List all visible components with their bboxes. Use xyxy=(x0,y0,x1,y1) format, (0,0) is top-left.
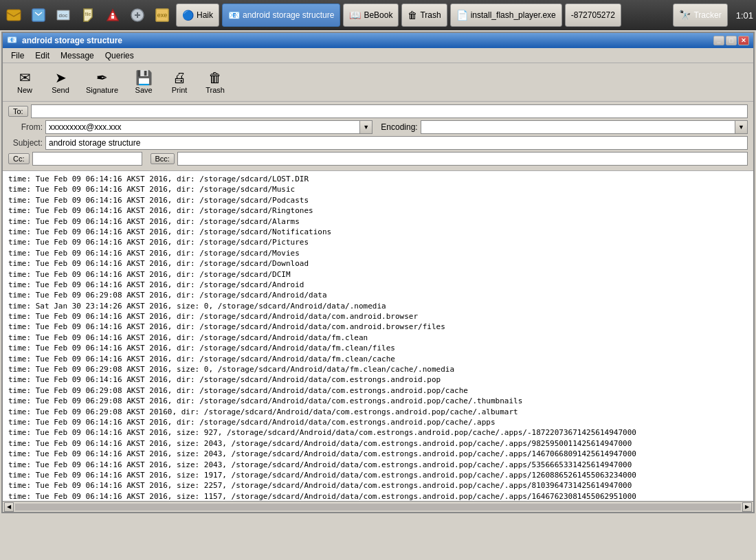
taskbar-icon-5[interactable] xyxy=(102,4,124,26)
content-line: time: Tue Feb 09 06:14:16 AKST 2016, dir… xyxy=(8,269,748,280)
print-label: Print xyxy=(172,86,188,94)
content-line: time: Tue Feb 09 06:14:16 AKST 2016, dir… xyxy=(8,227,748,237)
taskbar-tab-trash[interactable]: 🗑 Trash xyxy=(401,3,447,27)
trash-label: Trash xyxy=(420,10,441,20)
content-line: time: Tue Feb 09 06:29:08 AKST 2016, dir… xyxy=(8,290,748,300)
bottom-scrollbar: ◀ ▶ xyxy=(3,501,753,512)
flash-label: install_flash_player.exe xyxy=(471,10,556,20)
taskbar-tab-haik[interactable]: 🔵 Haik xyxy=(176,3,219,27)
encoding-field-group: ▼ xyxy=(421,120,748,134)
content-line: time: Tue Feb 09 06:14:16 AKST 2016, dir… xyxy=(8,248,748,258)
menu-message[interactable]: Message xyxy=(55,49,100,62)
scroll-left-btn[interactable]: ◀ xyxy=(4,502,14,512)
cc-bcc-row: Cc: Bcc: xyxy=(8,152,748,166)
svg-text:exe: exe xyxy=(157,12,168,19)
taskbar-tab-num[interactable]: -872705272 xyxy=(565,3,621,27)
toolbar-print-button[interactable]: 🖨 Print xyxy=(163,66,196,99)
subject-input[interactable] xyxy=(45,136,748,150)
content-line: time: Tue Feb 09 06:14:16 AKST 2016, siz… xyxy=(8,491,748,501)
menu-queries[interactable]: Queries xyxy=(100,49,140,62)
scroll-right-btn[interactable]: ▶ xyxy=(742,502,752,512)
content-line: time: Tue Feb 09 06:14:16 AKST 2016, dir… xyxy=(8,311,748,322)
bcc-input[interactable] xyxy=(177,152,748,166)
toolbar: ✉ New ➤ Send ✒ Signature 💾 Save 🖨 Print … xyxy=(3,63,753,102)
taskbar-icon-2[interactable] xyxy=(27,4,49,26)
menubar: File Edit Message Queries xyxy=(3,48,753,63)
taskbar-icon-3[interactable]: doc xyxy=(52,4,74,26)
taskbar-icon-4[interactable]: file xyxy=(77,4,99,26)
content-line: time: Tue Feb 09 06:14:16 AKST 2016, dir… xyxy=(8,417,748,427)
menu-file[interactable]: File xyxy=(5,49,30,62)
svg-rect-0 xyxy=(7,10,21,21)
toolbar-send-button[interactable]: ➤ Send xyxy=(44,66,77,99)
save-label: Save xyxy=(135,86,153,94)
haik-label: Haik xyxy=(197,10,213,20)
window-titlebar: 📧 android storage structure _ □ ✕ xyxy=(3,33,753,48)
minimize-button[interactable]: _ xyxy=(713,36,724,45)
taskbar-icon-1[interactable] xyxy=(3,4,25,26)
taskbar-top: doc file exe 🔵 Haik 📧 android storag xyxy=(0,0,756,30)
taskbar-icon-7[interactable]: exe xyxy=(151,4,173,26)
print-icon: 🖨 xyxy=(173,71,186,85)
trash-icon-toolbar: 🗑 xyxy=(208,71,222,85)
content-line: time: Tue Feb 09 06:14:16 AKST 2016, siz… xyxy=(8,460,748,470)
title-mail-icon: 📧 xyxy=(7,35,18,46)
header-fields: To: From: ▼ Encoding: ▼ Subject: Cc: Bcc… xyxy=(3,102,753,171)
clock: 1:01 xyxy=(736,10,753,21)
mail-icon: 📧 xyxy=(228,10,240,21)
encoding-label: Encoding: xyxy=(381,122,417,132)
toolbar-new-button[interactable]: ✉ New xyxy=(8,66,41,99)
h-scroll-track[interactable] xyxy=(15,504,741,511)
signature-label: Signature xyxy=(86,86,118,94)
content-line: time: Tue Feb 09 06:14:16 AKST 2016, dir… xyxy=(8,280,748,290)
toolbar-signature-button[interactable]: ✒ Signature xyxy=(80,66,124,99)
content-line: time: Tue Feb 09 06:14:16 AKST 2016, siz… xyxy=(8,438,748,449)
to-button[interactable]: To: xyxy=(8,106,28,117)
encoding-input[interactable] xyxy=(421,120,735,134)
bcc-button[interactable]: Bcc: xyxy=(151,153,175,164)
svg-rect-4 xyxy=(111,16,114,19)
subject-label: Subject: xyxy=(8,138,43,148)
to-input[interactable] xyxy=(31,104,748,118)
tracker-button[interactable]: 🔭 Tracker xyxy=(673,3,727,27)
from-dropdown-btn[interactable]: ▼ xyxy=(360,120,373,134)
taskbar-icon-6[interactable] xyxy=(126,4,148,26)
from-input[interactable] xyxy=(45,120,360,134)
content-line: time: Tue Feb 09 06:14:16 AKST 2016, dir… xyxy=(8,195,748,205)
trash-icon-tab: 🗑 xyxy=(408,10,417,21)
cc-input[interactable] xyxy=(32,152,142,166)
haik-icon: 🔵 xyxy=(182,10,194,21)
content-line: time: Tue Feb 09 06:14:16 AKST 2016, dir… xyxy=(8,322,748,332)
content-line: time: Tue Feb 09 06:14:16 AKST 2016, dir… xyxy=(8,374,748,385)
encoding-dropdown-btn[interactable]: ▼ xyxy=(735,120,748,134)
maximize-button[interactable]: □ xyxy=(726,36,737,45)
taskbar-tab-bebook[interactable]: 📖 BeBook xyxy=(343,3,399,27)
menu-edit[interactable]: Edit xyxy=(30,49,55,62)
taskbar-tab-flash[interactable]: 📄 install_flash_player.exe xyxy=(450,3,562,27)
content-line: time: Sat Jan 30 23:14:26 AKST 2016, siz… xyxy=(8,301,748,311)
toolbar-trash-button[interactable]: 🗑 Trash xyxy=(199,66,232,99)
android-label: android storage structure xyxy=(243,10,334,20)
bebook-label: BeBook xyxy=(364,10,392,20)
content-line: time: Tue Feb 09 06:14:16 AKST 2016, siz… xyxy=(8,427,748,438)
send-icon: ➤ xyxy=(55,71,67,85)
taskbar-tab-android[interactable]: 📧 android storage structure xyxy=(222,3,340,27)
svg-text:file: file xyxy=(85,12,91,16)
content-wrapper: time: Tue Feb 09 06:14:16 AKST 2016, dir… xyxy=(3,171,753,501)
content-line: time: Tue Feb 09 06:29:08 AKST 2016, dir… xyxy=(8,385,748,396)
from-label: From: xyxy=(8,122,43,132)
new-label: New xyxy=(17,86,32,94)
subject-row: Subject: xyxy=(8,136,748,150)
window-title: android storage structure xyxy=(22,36,122,45)
content-line: time: Tue Feb 09 06:14:16 AKST 2016, dir… xyxy=(8,216,748,227)
new-icon: ✉ xyxy=(19,71,31,85)
svg-text:doc: doc xyxy=(59,12,68,19)
from-field-group: ▼ xyxy=(45,120,373,134)
content-line: time: Tue Feb 09 06:14:16 AKST 2016, siz… xyxy=(8,480,748,491)
close-button[interactable]: ✕ xyxy=(738,36,749,45)
cc-button[interactable]: Cc: xyxy=(8,153,30,164)
toolbar-save-button[interactable]: 💾 Save xyxy=(127,66,160,99)
content-area[interactable]: time: Tue Feb 09 06:14:16 AKST 2016, dir… xyxy=(3,171,753,501)
content-line: time: Tue Feb 09 06:14:16 AKST 2016, dir… xyxy=(8,354,748,364)
bebook-icon: 📖 xyxy=(349,10,361,21)
